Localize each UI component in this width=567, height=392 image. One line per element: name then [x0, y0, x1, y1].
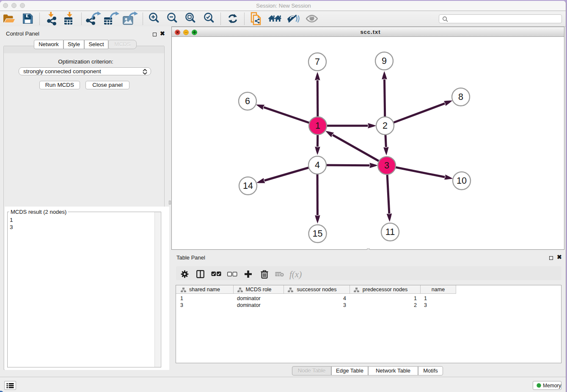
- svg-text:4: 4: [315, 160, 320, 170]
- svg-text:11: 11: [385, 227, 395, 237]
- svg-text:15: 15: [313, 229, 323, 239]
- svg-text:8: 8: [458, 92, 463, 102]
- svg-text:14: 14: [243, 181, 253, 191]
- svg-text:6: 6: [245, 96, 250, 106]
- svg-text:9: 9: [382, 56, 387, 66]
- svg-text:10: 10: [457, 176, 467, 186]
- svg-text:2: 2: [383, 121, 388, 131]
- svg-text:7: 7: [315, 57, 320, 67]
- svg-text:1: 1: [315, 121, 320, 131]
- svg-text:3: 3: [384, 160, 389, 171]
